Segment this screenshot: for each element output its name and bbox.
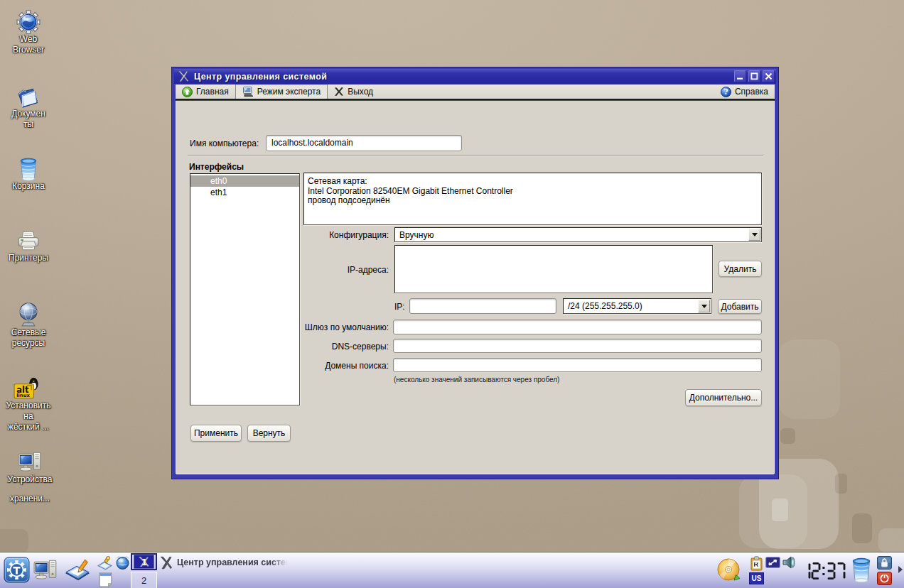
- netmask-value: /24 (255.255.255.0): [568, 301, 642, 311]
- exit-icon: [334, 87, 344, 97]
- close-button[interactable]: [763, 70, 775, 82]
- taskbar-task-control-center[interactable]: Центр управления систем: [159, 553, 671, 572]
- configuration-combobox[interactable]: Вручную: [394, 227, 762, 242]
- pager-desktop-1-label: 1: [141, 557, 147, 567]
- wallpaper-square: [780, 428, 795, 444]
- ip-addresses-list[interactable]: [394, 245, 713, 293]
- interface-info-box: Сетевая карта: Intel Corporation 82540EM…: [303, 173, 762, 225]
- quicklaunch-notes-button[interactable]: [97, 571, 114, 587]
- dropdown-arrow-icon: [701, 305, 707, 308]
- web-browser-icon: [16, 10, 41, 34]
- interface-item-eth1[interactable]: eth1: [190, 187, 299, 198]
- help-icon: ?: [721, 87, 731, 97]
- lock-icon: [877, 556, 892, 570]
- notepad-pencil-icon: [64, 558, 91, 582]
- computer-launcher-icon: [33, 558, 59, 582]
- desktop-icon-trash[interactable]: Корзина: [0, 158, 58, 192]
- documents-folder-icon: [16, 85, 41, 109]
- toolbar-expert-button[interactable]: Режим эксперта: [235, 85, 328, 99]
- interfaces-group-label: Интерфейсы: [189, 162, 244, 173]
- maximize-icon: [750, 72, 758, 80]
- desktop-icon-install-altlinux[interactable]: alt linux Установить на жёсткий ...: [0, 375, 58, 432]
- toolbar-home-button[interactable]: Главная: [176, 85, 235, 99]
- panel-hide-arrow[interactable]: [898, 566, 903, 573]
- dns-label: DNS-серверы:: [247, 342, 389, 352]
- delete-button[interactable]: Удалить: [719, 261, 762, 277]
- toolbar-exit-button[interactable]: Выход: [328, 85, 380, 99]
- desktop-icon-storage-devices[interactable]: Устройства хранени...: [0, 450, 60, 504]
- quicklaunch-globe-button[interactable]: [114, 555, 131, 571]
- configuration-label: Конфигурация:: [247, 230, 389, 241]
- ip-input[interactable]: [409, 298, 556, 314]
- desktop-icon-web-browser[interactable]: Web Browser: [0, 10, 58, 55]
- desktop-icon-label: Установить на жёсткий ...: [0, 401, 58, 432]
- task-x-icon: [159, 556, 173, 570]
- tray-volume-icon[interactable]: [782, 555, 797, 570]
- window-titlebar[interactable]: Центр управления системой: [174, 69, 776, 84]
- kmenu-button[interactable]: [4, 557, 30, 583]
- tray-glass-icon: [851, 557, 872, 583]
- advanced-button[interactable]: Дополнительно...: [685, 389, 762, 406]
- search-domains-input[interactable]: [393, 358, 762, 372]
- minimize-button[interactable]: [734, 70, 746, 82]
- taskbar: 1 2 Центр управления систем: [0, 552, 904, 588]
- hostname-input[interactable]: localhost.localdomain: [266, 135, 462, 151]
- space-separated-note: (несколько значений записываются через п…: [394, 376, 559, 383]
- separator-line: [188, 155, 763, 156]
- close-icon: [765, 72, 773, 80]
- display-resize-icon: [765, 557, 780, 568]
- window-client-area: Имя компьютера: localhost.localdomain Ин…: [176, 101, 774, 474]
- kmenu-icon: [4, 557, 30, 583]
- notepad-launcher-button[interactable]: [64, 558, 91, 582]
- info-line: провод подсоединён: [308, 196, 758, 206]
- tray-cd-icon[interactable]: [716, 558, 742, 582]
- ip-addresses-label: IP-адреса:: [247, 265, 389, 276]
- toolbar-help-button[interactable]: ? Справка: [714, 85, 775, 99]
- apply-button[interactable]: Применить: [190, 425, 242, 442]
- desktop-icon-label: Докумен ты: [0, 109, 58, 130]
- netmask-combobox[interactable]: /24 (255.255.255.0): [563, 298, 711, 314]
- desktop-icon-label: Сетевые ресурсы: [0, 327, 58, 349]
- screen: Web Browser: [0, 0, 904, 588]
- configuration-dropdown-button[interactable]: [748, 229, 760, 241]
- desktop-icon-printers[interactable]: Принтеры: [0, 229, 58, 263]
- add-button[interactable]: Добавить: [718, 299, 762, 314]
- desktop-icon-label: Корзина: [0, 181, 58, 192]
- configuration-value: Вручную: [399, 230, 434, 240]
- info-line: Сетевая карта:: [308, 177, 758, 187]
- computer-icon: [17, 450, 43, 474]
- power-icon: [877, 572, 892, 585]
- window-title: Центр управления системой: [194, 72, 327, 82]
- netmask-dropdown-button[interactable]: [698, 300, 710, 312]
- expert-mode-icon: [242, 86, 254, 97]
- taskbar-clock[interactable]: [802, 562, 846, 580]
- minimize-icon: [736, 72, 744, 80]
- wallpaper-square: [878, 528, 904, 552]
- speaker-icon: [782, 555, 797, 570]
- desktop-icon-documents[interactable]: Докумен ты: [0, 85, 58, 130]
- quicklaunch-stamp-button[interactable]: [96, 555, 113, 571]
- tray-trash-icon[interactable]: [851, 557, 872, 583]
- maximize-button[interactable]: [748, 70, 760, 82]
- wallpaper-square: [0, 529, 28, 553]
- gateway-label: Шлюз по умолчанию:: [247, 322, 389, 333]
- desktop-icon-network[interactable]: Сетевые ресурсы: [0, 302, 58, 349]
- window-x-icon: [177, 70, 189, 82]
- keyboard-layout-indicator[interactable]: US: [749, 572, 764, 584]
- interface-item-eth0[interactable]: eth0: [190, 175, 299, 187]
- system-launcher-button[interactable]: [33, 558, 59, 582]
- pager-desktop-2[interactable]: 2: [131, 572, 157, 588]
- task-title: Центр управления систем: [177, 557, 292, 567]
- control-center-window: Центр управления системой: [171, 67, 779, 479]
- dns-input[interactable]: [393, 339, 762, 353]
- toolbar-expert-label: Режим эксперта: [257, 87, 321, 97]
- lock-screen-button[interactable]: [877, 556, 892, 570]
- dropdown-arrow-icon: [752, 233, 758, 236]
- hostname-label: Имя компьютера:: [190, 138, 259, 149]
- pager-desktop-1[interactable]: 1: [131, 553, 157, 570]
- tray-display-icon[interactable]: [765, 557, 780, 568]
- tray-klipper-icon[interactable]: [749, 556, 764, 571]
- reset-button[interactable]: Вернуть: [247, 425, 291, 442]
- shutdown-button[interactable]: [877, 572, 892, 585]
- gateway-input[interactable]: [393, 320, 762, 334]
